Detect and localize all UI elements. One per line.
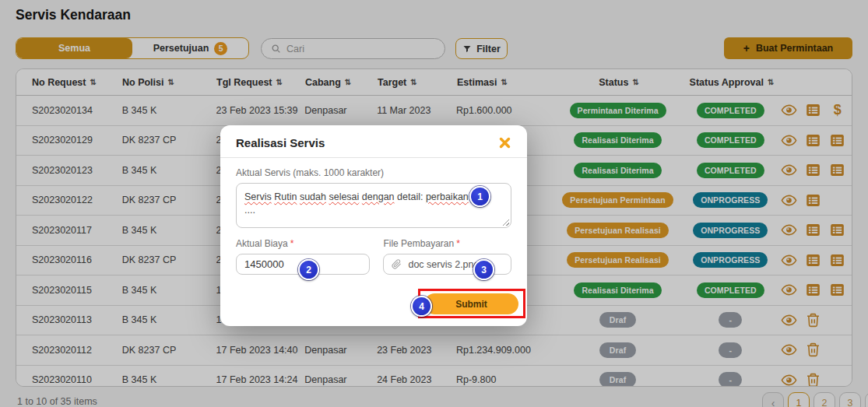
realisasi-servis-modal: Realisasi Servis Aktual Servis (maks. 10… xyxy=(220,125,527,326)
annotation-circle-4: 4 xyxy=(411,296,432,317)
modal-body: Aktual Servis (maks. 1000 karakter) Serv… xyxy=(220,158,527,275)
close-icon[interactable] xyxy=(498,136,511,149)
aktual-servis-textarea[interactable]: Servis Rutin sudah selesai dengan detail… xyxy=(236,183,511,228)
aktual-biaya-value: 1450000 xyxy=(244,258,284,270)
required-mark: * xyxy=(290,238,294,249)
fields-row: Aktual Biaya* 1450000 File Pembayaran* xyxy=(236,238,511,275)
modal-header: Realisasi Servis xyxy=(220,125,527,158)
annotation-circle-2: 2 xyxy=(298,259,319,280)
modal-title: Realisasi Servis xyxy=(236,136,325,149)
required-mark: * xyxy=(456,238,460,249)
submit-button[interactable]: Submit xyxy=(424,293,518,314)
aktual-biaya-label: Aktual Biaya xyxy=(236,238,288,249)
annotation-circle-1: 1 xyxy=(469,186,490,207)
paperclip-icon xyxy=(392,259,402,269)
submit-label: Submit xyxy=(455,299,487,310)
file-pembayaran-label: File Pembayaran xyxy=(383,238,454,249)
annotation-circle-3: 3 xyxy=(473,259,494,280)
file-pembayaran-value: doc servis 2.png xyxy=(408,259,479,270)
servis-kendaraan-page: Servis Kendaraan Semua Persetujuan 5 Car… xyxy=(0,0,868,407)
aktual-servis-label: Aktual Servis (maks. 1000 karakter) xyxy=(236,167,511,178)
